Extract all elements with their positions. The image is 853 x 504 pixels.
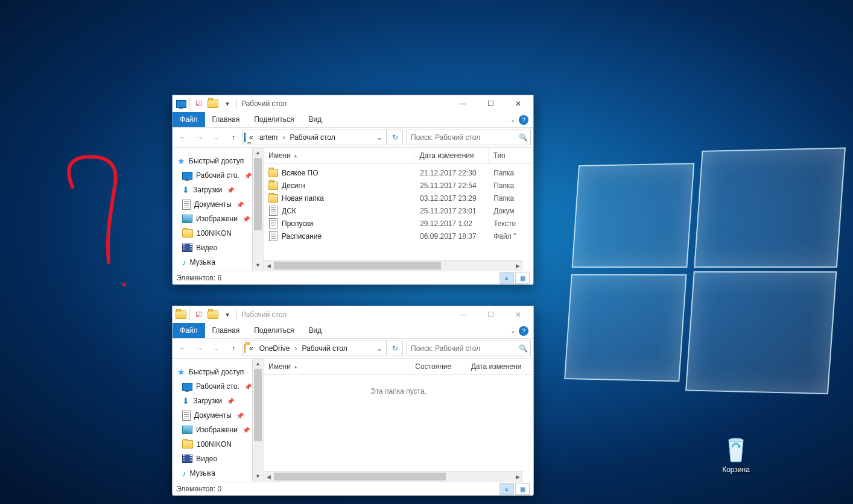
ribbon-tab-home[interactable]: Главная: [205, 112, 247, 127]
file-row[interactable]: Новая папка03.12.2017 23:29Папка: [264, 192, 533, 204]
nav-100nikon[interactable]: 100NIKON: [173, 437, 263, 452]
search-input[interactable]: [410, 344, 519, 353]
file-date: 21.12.2017 22:30: [415, 169, 489, 177]
address-bar[interactable]: « OneDrive › Рабочий стол ⌄: [243, 341, 387, 356]
col-date[interactable]: Дата изменени: [466, 359, 533, 374]
minimize-button[interactable]: —: [449, 95, 477, 112]
maximize-button[interactable]: ☐: [477, 95, 504, 112]
search-box[interactable]: 🔍: [407, 130, 531, 145]
bc-seg2[interactable]: Рабочий стол: [299, 344, 349, 353]
file-list[interactable]: Имени▲ Состояние Дата изменени Эта папка…: [264, 359, 533, 482]
ribbon-expand-icon[interactable]: ⌄: [510, 327, 515, 334]
ribbon-tab-share[interactable]: Поделиться: [247, 323, 301, 338]
nav-quick-access[interactable]: ★Быстрый доступ: [173, 154, 263, 168]
nav-quick-access[interactable]: ★Быстрый доступ: [173, 365, 263, 379]
address-dropdown-icon[interactable]: ⌄: [374, 133, 385, 142]
bc-seg2[interactable]: Рабочий стол: [287, 133, 337, 142]
recycle-bin-desktop-icon[interactable]: Корзина: [715, 434, 757, 474]
help-icon[interactable]: ?: [519, 115, 528, 125]
bc-seg1[interactable]: artem: [257, 133, 281, 142]
qat-folder-icon[interactable]: [208, 98, 218, 109]
ribbon-tab-file[interactable]: Файл: [173, 323, 205, 338]
col-state[interactable]: Состояние: [410, 359, 466, 374]
titlebar[interactable]: ☑ ▾ Рабочий стол — ☐ ✕: [173, 306, 533, 323]
chevron-right-icon[interactable]: ›: [293, 344, 298, 353]
nav-documents[interactable]: Документы📌: [173, 197, 263, 212]
nav-up-button[interactable]: ↑: [226, 341, 241, 356]
nav-documents[interactable]: Документы📌: [173, 408, 263, 423]
bc-root[interactable]: «: [247, 344, 256, 353]
nav-desktop[interactable]: Рабочий сто.📌: [173, 379, 263, 394]
file-row[interactable]: ДСК25.11.2017 23:01Докум: [264, 204, 533, 217]
system-menu-icon[interactable]: [176, 98, 186, 109]
nav-downloads[interactable]: ⬇Загрузки📌: [173, 183, 263, 197]
maximize-button[interactable]: ☐: [477, 306, 504, 323]
address-dropdown-icon[interactable]: ⌄: [374, 344, 385, 353]
help-icon[interactable]: ?: [519, 326, 528, 336]
refresh-button[interactable]: ↻: [388, 130, 403, 145]
nav-desktop[interactable]: Рабочий сто.📌: [173, 168, 263, 183]
navigation-pane[interactable]: ★Быстрый доступ Рабочий сто.📌 ⬇Загрузки📌…: [173, 148, 264, 271]
view-large-icons-button[interactable]: ▦: [515, 272, 530, 284]
view-details-button[interactable]: ≡: [499, 483, 514, 495]
titlebar[interactable]: ☑ ▾ Рабочий стол — ☐ ✕: [173, 95, 533, 112]
search-box[interactable]: 🔍: [407, 341, 531, 356]
file-list[interactable]: Имени▲ Дата изменения Тип Всякое ПО21.12…: [264, 148, 533, 271]
nav-downloads[interactable]: ⬇Загрузки📌: [173, 394, 263, 408]
ribbon-tab-file[interactable]: Файл: [173, 112, 205, 127]
close-button[interactable]: ✕: [504, 95, 532, 112]
nav-video[interactable]: Видео: [173, 241, 263, 255]
star-icon: ★: [177, 156, 185, 166]
nav-pictures[interactable]: Изображени📌: [173, 212, 263, 226]
content-hscrollbar[interactable]: ◀▶: [264, 260, 523, 271]
qat-folder-icon[interactable]: [208, 309, 218, 320]
qat-properties-icon[interactable]: ☑: [193, 309, 204, 320]
nav-recent-button[interactable]: ⌄: [209, 341, 224, 356]
col-type[interactable]: Тип: [489, 148, 533, 163]
ribbon-tab-share[interactable]: Поделиться: [247, 112, 301, 127]
file-row[interactable]: Десигн25.11.2017 22:54Папка: [264, 179, 533, 192]
navpane-scrollbar[interactable]: ▲▼: [252, 359, 263, 482]
refresh-button[interactable]: ↻: [388, 341, 403, 356]
qat-customize-icon[interactable]: ▾: [222, 98, 233, 109]
address-bar[interactable]: « artem › Рабочий стол ⌄: [243, 130, 387, 145]
view-details-button[interactable]: ≡: [499, 272, 514, 284]
nav-up-button[interactable]: ↑: [226, 130, 241, 145]
ribbon-tab-home[interactable]: Главная: [205, 323, 247, 338]
qat-properties-icon[interactable]: ☑: [193, 98, 204, 109]
file-row[interactable]: Пропуски29.12.2017 1:02Тексто: [264, 217, 533, 230]
col-name[interactable]: Имени▲: [264, 148, 414, 163]
system-menu-icon[interactable]: [176, 309, 186, 320]
nav-back-button[interactable]: ←: [175, 130, 191, 145]
content-hscrollbar[interactable]: ◀▶: [264, 471, 523, 482]
chevron-right-icon[interactable]: ›: [281, 133, 286, 142]
nav-back-button[interactable]: ←: [175, 341, 191, 356]
nav-recent-button[interactable]: ⌄: [209, 130, 224, 145]
explorer-window-2[interactable]: ☑ ▾ Рабочий стол — ☐ ✕ Файл Главная Поде…: [172, 306, 534, 494]
qat-customize-icon[interactable]: ▾: [222, 309, 233, 320]
nav-music[interactable]: ♪Музыка: [173, 255, 263, 269]
nav-100nikon[interactable]: 100NIKON: [173, 226, 263, 241]
search-input[interactable]: [410, 133, 519, 142]
nav-pictures[interactable]: Изображени📌: [173, 423, 263, 437]
search-icon[interactable]: 🔍: [519, 133, 528, 142]
col-date[interactable]: Дата изменения: [414, 148, 488, 163]
bc-seg1[interactable]: OneDrive: [257, 344, 293, 353]
ribbon-tab-view[interactable]: Вид: [301, 112, 329, 127]
navigation-pane[interactable]: ★Быстрый доступ Рабочий сто.📌 ⬇Загрузки📌…: [173, 359, 264, 482]
file-row[interactable]: Всякое ПО21.12.2017 22:30Папка: [264, 166, 533, 179]
nav-video[interactable]: Видео: [173, 452, 263, 466]
desktop[interactable]: Корзина ☑ ▾ Рабочий стол — ☐ ✕ Файл Глав…: [0, 0, 853, 504]
navpane-scrollbar[interactable]: ▲▼: [252, 148, 263, 271]
file-row[interactable]: Расписание06.09.2017 18:37Файл ": [264, 230, 533, 242]
view-large-icons-button[interactable]: ▦: [515, 483, 530, 495]
col-name[interactable]: Имени▲: [264, 359, 410, 374]
minimize-button[interactable]: —: [449, 306, 477, 323]
ribbon-tab-view[interactable]: Вид: [301, 323, 329, 338]
explorer-window-1[interactable]: ☑ ▾ Рабочий стол — ☐ ✕ Файл Главная Поде…: [172, 95, 534, 283]
bc-root[interactable]: «: [247, 133, 256, 142]
nav-music[interactable]: ♪Музыка: [173, 466, 263, 480]
close-button[interactable]: ✕: [504, 306, 532, 323]
search-icon[interactable]: 🔍: [519, 344, 528, 353]
ribbon-expand-icon[interactable]: ⌄: [510, 116, 515, 123]
